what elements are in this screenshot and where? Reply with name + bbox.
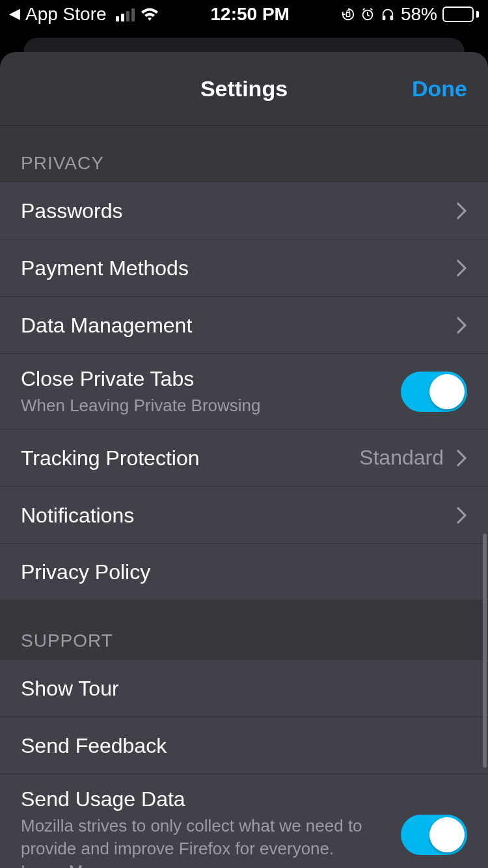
section-header-support: SUPPORT	[0, 601, 488, 659]
chevron-right-icon	[455, 448, 467, 468]
row-payment-methods[interactable]: Payment Methods	[0, 239, 488, 296]
row-subtitle: When Leaving Private Browsing	[21, 394, 372, 417]
battery-percent: 58%	[401, 4, 437, 25]
chevron-right-icon	[455, 258, 467, 278]
row-send-feedback[interactable]: Send Feedback	[0, 716, 488, 774]
row-close-private-tabs[interactable]: Close Private Tabs When Leaving Private …	[0, 353, 488, 429]
background-card-peek	[23, 38, 465, 52]
status-bar-right: 58%	[341, 4, 479, 25]
row-notifications[interactable]: Notifications	[0, 486, 488, 543]
chevron-right-icon	[455, 506, 467, 525]
row-label: Send Feedback	[21, 733, 467, 759]
row-label: Tracking Protection	[21, 445, 359, 471]
orientation-lock-icon	[341, 7, 355, 21]
row-show-tour[interactable]: Show Tour	[0, 659, 488, 716]
row-label: Close Private Tabs	[21, 366, 401, 392]
row-passwords[interactable]: Passwords	[0, 182, 488, 239]
back-to-app-icon[interactable]: ◀	[9, 7, 20, 21]
row-label: Notifications	[21, 502, 455, 528]
row-label: Send Usage Data	[21, 786, 401, 812]
done-button[interactable]: Done	[412, 52, 467, 125]
battery-icon	[442, 7, 479, 22]
row-label: Data Management	[21, 312, 455, 338]
row-value: Standard	[359, 446, 444, 470]
page-title: Settings	[200, 76, 288, 102]
row-data-management[interactable]: Data Management	[0, 296, 488, 353]
wifi-icon	[140, 7, 159, 21]
status-bar-left: ◀ App Store	[9, 4, 159, 25]
back-to-app-label[interactable]: App Store	[25, 4, 107, 25]
status-bar-time: 12:50 PM	[211, 4, 290, 25]
status-bar: ◀ App Store 12:50 PM 58%	[0, 0, 488, 29]
settings-content[interactable]: PRIVACY Passwords Payment Methods Data M…	[0, 126, 488, 868]
row-subtitle: Mozilla strives to only collect what we …	[21, 815, 372, 868]
chevron-right-icon	[455, 201, 467, 221]
scrollbar[interactable]	[483, 534, 487, 768]
alarm-icon	[360, 7, 375, 21]
row-label: Privacy Policy	[21, 559, 467, 585]
row-send-usage-data[interactable]: Send Usage Data Mozilla strives to only …	[0, 774, 488, 868]
row-label: Show Tour	[21, 675, 467, 701]
row-label: Passwords	[21, 198, 455, 224]
settings-sheet: Settings Done PRIVACY Passwords Payment …	[0, 52, 488, 868]
headphones-icon	[380, 7, 396, 21]
cellular-signal-icon	[116, 7, 135, 21]
chevron-right-icon	[455, 316, 467, 335]
row-label: Payment Methods	[21, 255, 455, 281]
row-privacy-policy[interactable]: Privacy Policy	[0, 543, 488, 601]
svg-rect-2	[383, 16, 386, 20]
send-usage-data-toggle[interactable]	[401, 815, 467, 855]
navbar: Settings Done	[0, 52, 488, 126]
close-private-tabs-toggle[interactable]	[401, 372, 467, 412]
svg-rect-0	[346, 12, 350, 16]
svg-rect-3	[390, 16, 394, 20]
section-header-privacy: PRIVACY	[0, 126, 488, 182]
row-tracking-protection[interactable]: Tracking Protection Standard	[0, 429, 488, 486]
